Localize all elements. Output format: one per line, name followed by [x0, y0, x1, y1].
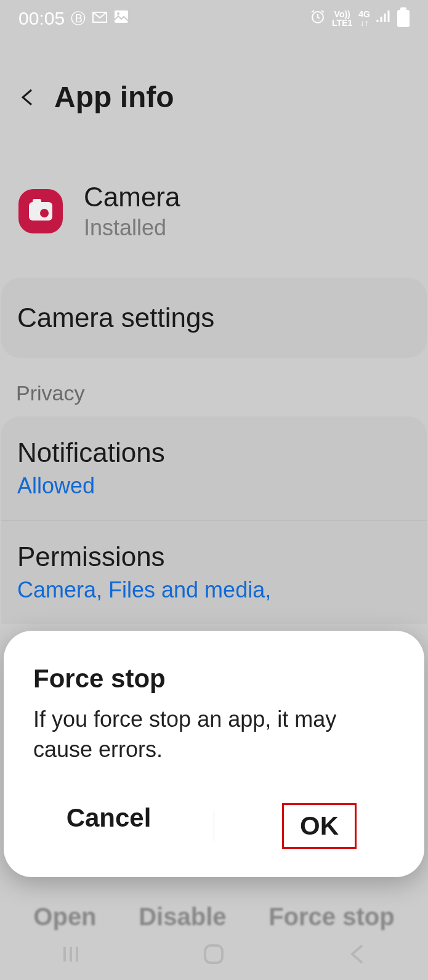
- header: App info: [0, 37, 428, 132]
- dialog-buttons: Cancel OK: [4, 792, 424, 860]
- svg-rect-3: [205, 946, 222, 963]
- gallery-icon: [114, 10, 129, 27]
- dialog-message: If you force stop an app, it may cause e…: [33, 705, 395, 764]
- camera-app-icon: [18, 189, 63, 233]
- back-nav-icon[interactable]: [346, 943, 368, 968]
- permissions-row[interactable]: Permissions Camera, Files and media,: [1, 520, 427, 624]
- status-bar: 00:05 Ⓑ Vo)) LTE1 4G ↓↑: [0, 0, 428, 37]
- ok-highlight-box: OK: [282, 803, 357, 849]
- camera-settings-label: Camera settings: [17, 302, 411, 333]
- app-text: Camera Installed: [84, 182, 180, 241]
- gmail-icon: [92, 10, 108, 27]
- force-stop-button[interactable]: Force stop: [269, 903, 394, 931]
- svg-point-1: [117, 12, 119, 15]
- recents-icon[interactable]: [60, 943, 82, 968]
- volte-indicator: Vo)) LTE1: [332, 10, 352, 27]
- notifications-row[interactable]: Notifications Allowed: [1, 416, 427, 520]
- status-left: 00:05 Ⓑ: [18, 8, 129, 29]
- app-name: Camera: [84, 182, 180, 213]
- disable-button[interactable]: Disable: [139, 903, 226, 931]
- back-icon[interactable]: [18, 88, 37, 107]
- notifications-value: Allowed: [17, 473, 411, 499]
- volte-bottom: LTE1: [332, 18, 352, 27]
- camera-settings-link[interactable]: Camera settings: [1, 278, 427, 358]
- alarm-icon: [310, 9, 326, 28]
- open-button[interactable]: Open: [33, 903, 96, 931]
- app-status: Installed: [84, 215, 180, 241]
- volte-top: Vo)): [332, 10, 352, 18]
- home-icon[interactable]: [201, 942, 226, 969]
- navigation-bar: [0, 931, 428, 980]
- cancel-button[interactable]: Cancel: [4, 792, 214, 860]
- force-stop-dialog: Force stop If you force stop an app, it …: [4, 631, 424, 877]
- battery-icon: [397, 10, 410, 27]
- network-indicator: 4G ↓↑: [358, 10, 370, 27]
- privacy-section-label: Privacy: [0, 358, 428, 416]
- net-bottom: ↓↑: [358, 18, 370, 27]
- status-time: 00:05: [18, 8, 65, 29]
- page-title: App info: [54, 80, 174, 114]
- notifications-title: Notifications: [17, 437, 411, 468]
- signal-icon: [376, 10, 391, 27]
- app-summary: Camera Installed: [0, 132, 428, 278]
- permissions-value: Camera, Files and media,: [17, 577, 411, 603]
- net-top: 4G: [358, 10, 370, 18]
- dialog-title: Force stop: [33, 664, 395, 694]
- permissions-title: Permissions: [17, 541, 411, 572]
- b-circle-icon: Ⓑ: [71, 9, 86, 28]
- bottom-action-bar: Open Disable Force stop: [0, 903, 428, 931]
- svg-rect-0: [115, 10, 128, 23]
- ok-button[interactable]: OK: [214, 792, 424, 860]
- status-right: Vo)) LTE1 4G ↓↑: [310, 9, 410, 28]
- privacy-section: Notifications Allowed Permissions Camera…: [1, 416, 427, 624]
